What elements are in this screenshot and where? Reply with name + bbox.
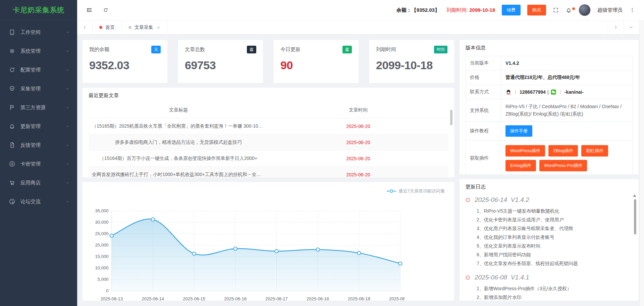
table-row[interactable]: （15164期）百万字小说一键生成，条条原创变现快操作简单新手日入2000+ 2… [89,150,448,167]
article-time: 2025-06-20 [268,124,448,129]
sidebar-item-label: 卡密管理 [20,161,41,167]
chevron-down-icon [65,124,70,129]
stat-value: 2099-10-18 [376,59,447,72]
row-label: 价格 [466,71,501,85]
svg-text:2025-06-16: 2025-06-16 [224,296,247,301]
username: 超级管理员 [597,7,623,13]
stat-label: 我的余额 [89,46,109,53]
chevron-down-icon [65,30,70,35]
plugin-button-wordpress-pro[interactable]: WordPress-Pro插件 [539,160,587,171]
tab-controls [608,20,639,34]
version-row-tutorial: 操作教程 操作手册 [466,122,632,141]
svg-text:2025-06-15: 2025-06-15 [183,296,205,301]
window-scrollbar[interactable] [639,20,644,306]
content: 我的余额元 9352.03 文章总数篇 69753 今日更新篇 90 到期时间时… [77,35,644,306]
article-time: 2025-06-20 [268,172,448,177]
sidebar-item-update[interactable]: 更新管理 [0,117,77,136]
recent-articles-card: 最近更新文章 文章标题 文章时间 （15165期）2025机票高铁火车票「全民刚… [83,88,454,177]
svg-text:2025-06-19: 2025-06-19 [348,296,370,301]
timeline-dot-icon [466,198,470,202]
avatar[interactable] [579,4,591,16]
contact-value: ： 1286677994 | ： -kaninai- [501,85,632,99]
svg-text:2025-06-18: 2025-06-18 [307,296,329,301]
recent-articles-title: 最近更新文章 [89,92,448,99]
svg-text:2025-06-20: 2025-06-20 [389,296,405,301]
wechat-icon [550,89,556,95]
app-logo: 卡尼奶采集系统 [0,0,77,20]
table-row[interactable]: 全网首发游戏搬砖打上手打，小时1000+单机收益300+工具市面上的挂机和－全网… [89,167,448,177]
plugin-button-zblog[interactable]: ZBlog插件 [548,145,578,157]
row-label: 联系方式 [466,85,501,99]
stats-row: 我的余额元 9352.03 文章总数篇 69753 今日更新篇 90 到期时间时… [83,40,454,83]
tab-dot [128,26,131,29]
version-row-contact: 联系方式 ： 1286677994 | ： -kaninai- [466,85,632,99]
refresh-icon [9,67,15,73]
version-row-current: 当前版本 V1.4.2 [466,56,632,71]
buy-button[interactable]: 购买 [527,5,546,15]
palette-icon [9,198,15,205]
renew-button[interactable]: 续费 [502,5,521,15]
sidebar-item-label: 工作空间 [20,29,41,36]
chart-legend[interactable]: 最近7天系统功能访问量 [387,188,445,194]
plugin-button-caihong[interactable]: 彩虹插件 [581,145,608,157]
sidebar-item-collection[interactable]: 采集管理 [0,79,77,98]
stat-badge: 元 [151,46,161,53]
qq-number[interactable]: 1286677994 [520,89,546,95]
manual-button[interactable]: 操作手册 [505,125,532,137]
more-vertical-icon[interactable] [629,7,635,13]
table-row[interactable]: 拼多多虚拟电商入门，精准选品方法论，无货源模式起盘技巧 2025-06-20 [89,134,448,150]
tabs-back-icon[interactable] [77,20,93,34]
sidebar: 卡尼奶采集系统 工作空间 系统管理 配置管理 采集管理 [0,0,77,306]
changelog-item: 2、优化卡密列表显示生成用户、使用用户 [477,215,633,224]
sidebar-menu: 工作空间 系统管理 配置管理 采集管理 第三方资源 [0,20,77,211]
changelog-entry-date: 2025-06-14 V1.4.2 [475,196,529,204]
changelog-item: 3、优化用户列表显示账号权限采集者、代理商 [477,224,633,233]
content-left-column: 我的余额元 9352.03 文章总数篇 69753 今日更新篇 90 到期时间时… [83,40,454,301]
collapse-menu-icon[interactable] [86,7,93,13]
tab-home[interactable]: 首页 [93,20,122,34]
app-root: 卡尼奶采集系统 工作空间 系统管理 配置管理 采集管理 [0,0,644,306]
sidebar-item-label: 应用商店 [20,180,41,186]
gear-icon [9,48,15,54]
notifications-bell-icon[interactable] [566,7,572,13]
current-version-value: V1.4.2 [501,56,632,70]
chevron-down-icon [65,200,70,204]
table-row[interactable]: （15165期）2025机票高铁火车票「全民刚需」的票务套利蓝海！一单赚 300… [89,118,448,134]
stat-card-balance: 我的余额元 9352.03 [83,40,167,83]
changelog-item: 6、新增用户找回密码功能 [477,250,633,259]
stat-badge: 篇 [342,46,352,53]
changelog-item: 4、优化我的订单列表显示付款者账号 [477,233,633,242]
tabs-menu-icon[interactable] [623,20,639,34]
sidebar-item-config[interactable]: 配置管理 [0,60,77,79]
sidebar-item-forum[interactable]: 论坛交流 [0,192,77,211]
sidebar-item-thirdparty[interactable]: 第三方资源 [0,98,77,117]
refresh-icon[interactable] [103,7,109,13]
stat-label: 到期时间 [376,46,396,53]
changelog-entry: 2025-06-14 V1.4.2 1、RiPro-V5主题一键发布销量数随机化… [466,196,633,268]
sidebar-item-feedback[interactable]: ? 反馈管理 [0,136,77,155]
supported-systems-value: RiPro-V5 / 子比 / CeoMaxPro / B2 / Modown … [501,99,632,121]
articles-scrollbar[interactable] [450,110,452,125]
row-label: 支持系统 [466,99,501,121]
tab-article-collect[interactable]: 文章采集 × [122,20,167,34]
plugin-button-wordpress[interactable]: WordPress插件 [505,145,545,157]
close-icon[interactable]: × [157,25,160,30]
sidebar-item-system[interactable]: 系统管理 [0,42,77,60]
changelog-item: 7、优化文章发布任务阻塞、线程挂起或死锁问题 [477,259,633,268]
wechat-id[interactable]: -kaninai- [565,89,584,95]
balance-text: 余额：【9352.03】 [396,7,440,13]
column-header-title: 文章标题 [89,107,268,113]
sidebar-item-cardkey[interactable]: $ 卡密管理 [0,155,77,173]
article-title: （15164期）百万字小说一键生成，条条原创变现快操作简单新手日入2000+ [89,156,268,162]
changelog-scrollbar[interactable] [634,199,636,234]
plugin-button-emlog[interactable]: Emlog插件 [505,160,536,171]
scrollbar-up-arrow-icon[interactable] [633,194,636,197]
fullscreen-icon[interactable] [553,7,559,13]
chevron-down-icon [65,68,70,72]
changelog-entry-date: 2025-06-08 V1.4.1 [475,274,529,281]
sidebar-item-appstore[interactable]: 应用商店 [0,173,77,192]
header-right: 余额：【9352.03】 到期时间: 2099-10-18 续费 购买 超级管理… [396,4,635,16]
bell-icon [9,123,15,130]
sidebar-item-workspace[interactable]: 工作空间 [0,23,77,42]
tabs-forward-icon[interactable] [608,20,623,34]
